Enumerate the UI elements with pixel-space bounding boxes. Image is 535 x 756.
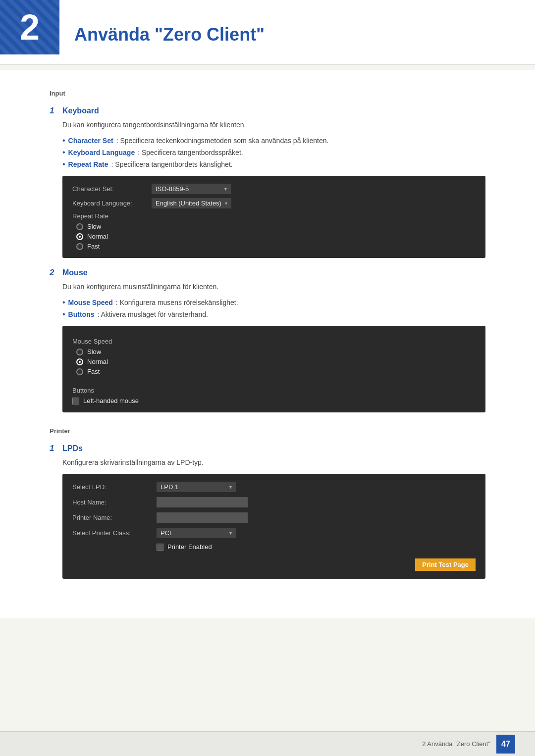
printer-enabled-row: Printer Enabled: [72, 543, 476, 551]
fast-radio-dot: [76, 243, 83, 250]
mouse-bullets: Mouse Speed: Konfigurera musens rörelsek…: [62, 298, 485, 319]
chapter-header: 2 Använda "Zero Client": [0, 0, 535, 65]
slow-label: Slow: [87, 223, 101, 230]
footer-page-number: 47: [496, 735, 515, 754]
mouse-number: 2: [50, 268, 58, 278]
repeat-rate-normal[interactable]: Normal: [76, 233, 476, 240]
select-lpd-row: Select LPD: LPD 1: [72, 482, 476, 492]
lpds-header: 1 LPDs: [50, 444, 485, 454]
printer-name-label: Printer Name:: [72, 514, 157, 521]
normal-label: Normal: [87, 233, 108, 240]
printer-section-label: Printer: [50, 427, 485, 435]
left-handed-mouse-row[interactable]: Left-handed mouse: [72, 397, 476, 404]
bullet-repeat-rate: Repeat Rate: Specificera tangentbordets …: [62, 160, 485, 169]
keyboard-number: 1: [50, 106, 58, 116]
keyboard-bullets: Character Set: Specificera teckenkodning…: [62, 136, 485, 169]
mouse-normal-label: Normal: [87, 358, 108, 365]
select-lpd-label: Select LPD:: [72, 483, 157, 491]
page-footer: 2 Använda "Zero Client" 47: [0, 731, 535, 756]
keyboard-description: Du kan konfigurera tangentbordsinställni…: [62, 120, 485, 130]
lpds-title: LPDs: [62, 444, 83, 453]
character-set-select-wrapper[interactable]: ISO-8859-5: [152, 184, 231, 194]
keyboard-lang-select[interactable]: English (United States): [152, 198, 231, 208]
keyboard-settings-box: Character Set: ISO-8859-5 Keyboard Langu…: [62, 176, 485, 258]
mouse-slow-label: Slow: [87, 348, 101, 355]
select-lpd-wrapper[interactable]: LPD 1: [157, 482, 236, 492]
left-handed-label: Left-handed mouse: [83, 397, 139, 404]
print-test-button[interactable]: Print Test Page: [415, 558, 476, 571]
printer-name-input[interactable]: [157, 512, 248, 523]
character-set-select[interactable]: ISO-8859-5: [152, 184, 231, 194]
select-class-select[interactable]: PCL: [157, 528, 236, 538]
keyboard-lang-label: Keyboard Language:: [72, 200, 152, 207]
lpd-settings-box: Select LPD: LPD 1 Host Name: Printer Nam…: [62, 474, 485, 579]
footer-text: 2 Använda "Zero Client": [422, 740, 490, 748]
host-name-input[interactable]: [157, 497, 248, 507]
select-class-wrapper[interactable]: PCL: [157, 528, 236, 538]
mouse-description: Du kan konfigurera musinställningarna fö…: [62, 282, 485, 292]
keyboard-lang-row: Keyboard Language: English (United State…: [72, 198, 476, 208]
mouse-speed-title: Mouse Speed: [72, 338, 476, 345]
host-name-label: Host Name:: [72, 499, 157, 506]
mouse-slow-dot: [76, 349, 83, 355]
bullet-keyboard-lang: Keyboard Language: Specificera tangentbo…: [62, 148, 485, 157]
print-test-container: Print Test Page: [72, 555, 476, 571]
printer-enabled-checkbox[interactable]: [157, 544, 163, 551]
keyboard-section: 1 Keyboard Du kan konfigurera tangentbor…: [50, 106, 485, 258]
bullet-character-set: Character Set: Specificera teckenkodning…: [62, 136, 485, 145]
repeat-rate-radio-group: Slow Normal Fast: [76, 223, 476, 250]
chapter-title: Använda "Zero Client": [59, 9, 265, 45]
printer-section: Printer 1 LPDs Konfigurera skrivarinstäl…: [50, 427, 485, 579]
repeat-rate-slow[interactable]: Slow: [76, 223, 476, 230]
select-lpd-select[interactable]: LPD 1: [157, 482, 236, 492]
mouse-speed-normal[interactable]: Normal: [76, 358, 476, 365]
input-section-label: Input: [50, 90, 485, 97]
mouse-speed-slow[interactable]: Slow: [76, 348, 476, 355]
character-set-row: Character Set: ISO-8859-5: [72, 184, 476, 194]
mouse-speed-radio-group: Slow Normal Fast: [76, 348, 476, 375]
host-name-row: Host Name:: [72, 497, 476, 507]
mouse-title: Mouse: [62, 268, 88, 277]
normal-radio-dot: [76, 233, 83, 240]
buttons-title: Buttons: [72, 387, 476, 394]
chapter-number: 2: [0, 0, 59, 54]
slow-radio-dot: [76, 223, 83, 230]
keyboard-lang-select-wrapper[interactable]: English (United States): [152, 198, 231, 208]
bullet-buttons: Buttons: Aktivera musläget för vänsterha…: [62, 310, 485, 319]
keyboard-title: Keyboard: [62, 106, 99, 115]
mouse-fast-label: Fast: [87, 368, 100, 375]
mouse-normal-dot: [76, 358, 83, 365]
left-handed-checkbox[interactable]: [72, 398, 79, 404]
repeat-rate-title: Repeat Rate: [72, 212, 476, 220]
character-set-label: Character Set:: [72, 185, 152, 193]
lpds-section: 1 LPDs Konfigurera skrivarinställningarn…: [50, 444, 485, 579]
lpds-number: 1: [50, 444, 58, 454]
select-class-row: Select Printer Class: PCL: [72, 528, 476, 538]
mouse-section: 2 Mouse Du kan konfigurera musinställnin…: [50, 268, 485, 412]
select-class-label: Select Printer Class:: [72, 529, 157, 537]
printer-name-row: Printer Name:: [72, 512, 476, 523]
printer-enabled-checkbox-item[interactable]: Printer Enabled: [157, 543, 212, 551]
repeat-rate-fast[interactable]: Fast: [76, 243, 476, 250]
keyboard-header: 1 Keyboard: [50, 106, 485, 116]
mouse-fast-dot: [76, 368, 83, 375]
printer-enabled-label: Printer Enabled: [167, 543, 212, 551]
lpds-description: Konfigurera skrivarinställningarna av LP…: [62, 457, 485, 468]
mouse-speed-fast[interactable]: Fast: [76, 368, 476, 375]
mouse-settings-box: Mouse Speed Slow Normal Fast Buttons: [62, 326, 485, 412]
mouse-header: 2 Mouse: [50, 268, 485, 278]
fast-label: Fast: [87, 243, 100, 250]
bullet-mouse-speed: Mouse Speed: Konfigurera musens rörelsek…: [62, 298, 485, 307]
page-content: Input 1 Keyboard Du kan konfigurera tang…: [0, 70, 535, 618]
